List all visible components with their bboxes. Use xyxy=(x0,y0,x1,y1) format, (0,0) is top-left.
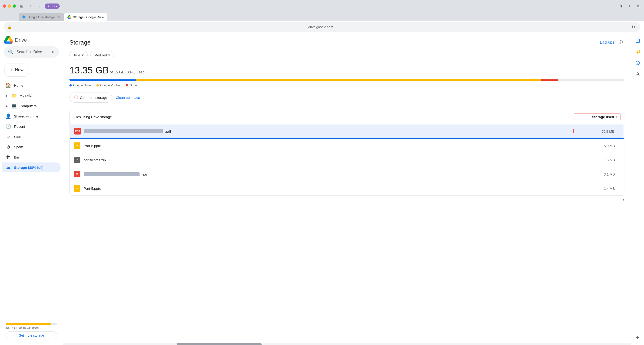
sidebar-item-shared[interactable]: 👤 Shared with me xyxy=(2,111,61,121)
storage-col-header[interactable]: Storage used ↓ xyxy=(574,114,620,120)
minimize-window-button[interactable] xyxy=(8,5,11,8)
drive-dot xyxy=(70,84,72,87)
file-row-5[interactable]: P Part-5.pptx 1.4 MB xyxy=(70,181,624,195)
share-button[interactable]: ⬆ xyxy=(618,3,624,9)
reload-button[interactable]: ↻ xyxy=(630,24,636,30)
address-bar[interactable]: 🔒 drive.google.com ↻ xyxy=(4,22,640,32)
calendar-sidebar-button[interactable] xyxy=(633,36,642,45)
modified-chevron-icon: ▾ xyxy=(108,53,110,57)
new-tab-button[interactable]: + xyxy=(626,3,633,9)
tab-google-drive[interactable]: Storage - Google Drive xyxy=(64,13,107,21)
storage-bar xyxy=(6,323,57,325)
tab-strip-button[interactable]: ⧉ xyxy=(635,3,641,9)
scroll-indicator: › xyxy=(70,196,624,204)
drive-logo: Drive xyxy=(4,36,27,44)
google-one-tab-title: Google One storage xyxy=(28,15,55,19)
sidebar-toggle-button[interactable]: ⊞ xyxy=(18,3,25,9)
sidebar-item-mydrive[interactable]: ▶ 📁 My Drive xyxy=(2,91,61,101)
contacts-sidebar-button[interactable] xyxy=(633,70,642,79)
new-button[interactable]: + New xyxy=(5,64,29,76)
tasks-sidebar-button[interactable] xyxy=(633,58,642,68)
cleanup-link[interactable]: Clean up space xyxy=(116,96,140,100)
file-3-name: certificates.zip xyxy=(84,158,572,162)
search-bar[interactable]: 🔍 Search in Drive ⚙ xyxy=(4,46,59,58)
starred-icon: ☆ xyxy=(6,134,11,139)
file-row-3[interactable]: ≡ certificates.zip 4.6 MB xyxy=(70,153,624,167)
file-row-4[interactable]: 🖼 .jpg 3.1 MB xyxy=(70,167,624,181)
file-2-name: Part-6.pptx xyxy=(84,144,572,148)
shared-icon: 👤 xyxy=(6,114,11,119)
file-row-2[interactable]: P Part-6.pptx 5.9 MB xyxy=(70,139,624,153)
file-5-name: Part-5.pptx xyxy=(84,186,572,190)
browser-actions: ⬆ + ⧉ xyxy=(618,3,641,9)
sidebar-item-home[interactable]: 🏠 Home xyxy=(2,80,61,90)
scrollbar-thumb[interactable] xyxy=(176,343,262,345)
drive-logo-text: Drive xyxy=(15,37,27,43)
legend-photos: Google Photos xyxy=(96,84,120,87)
storage-icon: ☁ xyxy=(6,165,11,170)
sidebar-item-storage[interactable]: ☁ Storage (88% full) xyxy=(2,162,61,172)
backups-link[interactable]: Backups xyxy=(600,40,614,45)
sidebar-item-spam[interactable]: ⊘ Spam xyxy=(2,142,61,152)
legend-drive: Google Drive xyxy=(70,84,91,87)
google-one-tab-close[interactable]: ✕ xyxy=(56,15,61,19)
add-sidebar-button[interactable]: + xyxy=(633,333,642,342)
google-drive-tab-title: Storage - Google Drive xyxy=(73,15,104,19)
browser-chrome: ⊞ ‹ › ✦ Sis ▾ ⬆ + ⧉ 🔷 Google One storage… xyxy=(0,0,644,33)
sidebar-item-recent[interactable]: 🕐 Recent xyxy=(2,121,61,131)
forward-button[interactable]: › xyxy=(36,3,42,9)
files-section-title: Files using Drive storage xyxy=(74,115,574,119)
sort-arrow-icon: ↓ xyxy=(616,115,618,119)
jpg-icon: 🖼 xyxy=(74,170,81,178)
spam-icon: ⊘ xyxy=(6,144,11,149)
tab-google-one[interactable]: 🔷 Google One storage ✕ xyxy=(19,13,64,21)
get-more-icon: ⓘ xyxy=(74,95,78,100)
close-window-button[interactable] xyxy=(3,5,6,8)
lock-icon: 🔒 xyxy=(8,25,12,29)
file-1-size: 55.8 MB xyxy=(574,129,620,133)
profile-button[interactable]: ✦ Sis ▾ xyxy=(45,4,60,9)
sidebar-mydrive-label: My Drive xyxy=(20,94,33,98)
sidebar-storage-label: Storage (88% full) xyxy=(14,166,44,169)
file-row-1[interactable]: PDF .pdf 55.8 MB xyxy=(70,124,624,139)
zip-icon: ≡ xyxy=(74,156,81,164)
storage-used-text: 13.35 GB of 15 GB used xyxy=(6,326,57,330)
google-drive-favicon xyxy=(67,15,71,19)
left-sidebar: Drive 🔍 Search in Drive ⚙ + New 🏠 Home ▶… xyxy=(0,33,63,345)
legend-drive-label: Google Drive xyxy=(73,84,91,87)
back-button[interactable]: ‹ xyxy=(27,3,34,9)
storage-col-header-label: Storage used xyxy=(592,115,614,119)
type-filter-button[interactable]: Type ▾ xyxy=(70,51,88,60)
sidebar-shared-label: Shared with me xyxy=(14,114,38,118)
gmail-dot xyxy=(126,84,128,87)
sidebar-home-label: Home xyxy=(14,84,23,87)
sidebar-get-storage-button[interactable]: Get more storage xyxy=(6,331,57,339)
sidebar-item-computers[interactable]: ▶ 💻 Computers xyxy=(2,101,61,111)
pptx-icon-2: P xyxy=(74,185,81,192)
file-2-size: 5.9 MB xyxy=(574,144,620,148)
search-placeholder: Search in Drive xyxy=(16,50,49,54)
sidebar-computers-label: Computers xyxy=(20,104,36,108)
file-4-name-blurred xyxy=(84,172,140,176)
horizontal-scrollbar[interactable] xyxy=(63,343,631,345)
file-1-name-blurred xyxy=(84,129,163,133)
get-more-storage-button[interactable]: ⓘ Get more storage xyxy=(70,93,112,103)
plus-icon: + xyxy=(10,67,13,73)
maximize-window-button[interactable] xyxy=(12,5,16,8)
mydrive-expand-icon: ▶ xyxy=(6,94,8,97)
storage-bar-fill xyxy=(6,323,51,325)
browser-addressbar: 🔒 drive.google.com ↻ xyxy=(0,21,644,33)
recent-icon: 🕐 xyxy=(6,124,11,129)
file-5-size: 1.4 MB xyxy=(574,186,620,190)
modified-filter-button[interactable]: Modified ▾ xyxy=(90,51,114,60)
sidebar-item-bin[interactable]: 🗑 Bin xyxy=(2,152,61,162)
storage-usage-bar xyxy=(70,79,624,81)
files-section-wrapper: Files using Drive storage Storage used ↓… xyxy=(70,110,624,204)
file-4-ext: .jpg xyxy=(142,172,147,176)
keep-sidebar-button[interactable] xyxy=(633,47,642,56)
usage-amount: 13.35 GB xyxy=(70,65,109,75)
pdf-icon: PDF xyxy=(74,128,81,135)
info-button[interactable]: ⓘ xyxy=(617,39,624,46)
computers-expand-icon: ▶ xyxy=(6,104,8,108)
sidebar-item-starred[interactable]: ☆ Starred xyxy=(2,132,61,142)
